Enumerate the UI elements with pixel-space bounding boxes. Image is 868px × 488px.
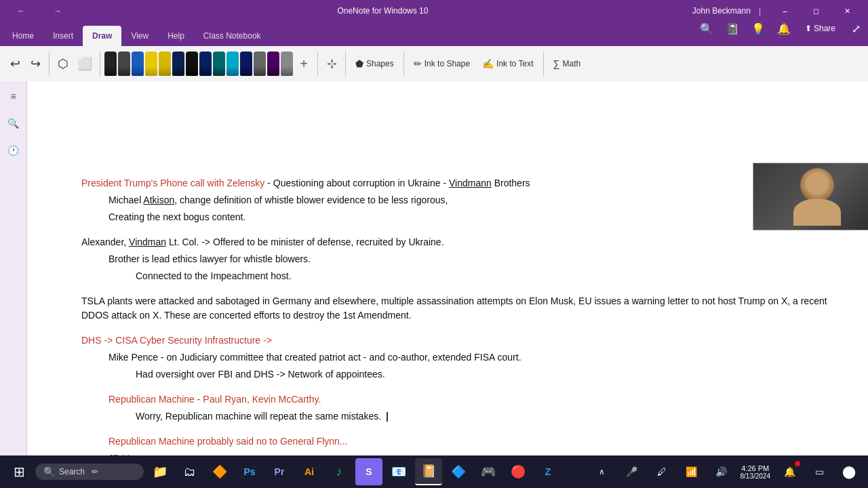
math-button[interactable]: ∑ Math [548, 52, 587, 76]
pen-yellow[interactable] [145, 52, 157, 76]
taskbar-notification[interactable]: 🔔 [776, 458, 803, 485]
back-button[interactable]: ← [5, 0, 37, 22]
taskbar-right: ∧ 🎤 🖊 📶 🔊 4:26 PM 8/13/2024 🔔 ▭ ⬤ [589, 458, 863, 485]
pen-navy[interactable] [240, 52, 252, 76]
ribbon-tabs: Home Insert Draw View Help Class Noteboo… [0, 22, 868, 46]
search-ribbon-button[interactable]: 🔍 [696, 14, 717, 43]
undo-button[interactable]: ↩ [5, 49, 24, 79]
note-line-11: Republican Machine - Paul Ryan, Kevin Mc… [81, 392, 854, 407]
expand-button[interactable]: ⤢ [846, 14, 865, 43]
taskbar-pen-input[interactable]: 🖊 [648, 458, 675, 485]
divider5 [403, 52, 404, 76]
ink-to-shape-button[interactable]: ✏ Ink to Shape [408, 52, 475, 76]
redo-button[interactable]: ↪ [26, 49, 45, 79]
note-ltcol: Lt. Col. -> Offered to be minister of de… [166, 237, 443, 247]
sidebar-menu-icon[interactable]: ≡ [4, 87, 23, 106]
pen-darkpurple[interactable] [267, 52, 279, 76]
taskbar: ⊞ 🔍 Search ✏ 📁 🗂 🔶 Ps Pr Ai ♪ S 📧 📔 🔷 🎮 … [0, 455, 868, 488]
taskbar-premiere[interactable]: Pr [266, 458, 293, 485]
taskbar-microphone[interactable]: 🎤 [618, 458, 646, 485]
select-button[interactable]: ⊹ [322, 49, 341, 79]
note-section-3: TSLA plants were attacked and sabotaged … [81, 294, 854, 323]
pen-blue[interactable] [132, 52, 144, 76]
math-icon: ∑ [553, 58, 560, 69]
note-dhs: DHS -> CISA Cyber Security Infrastructur… [81, 335, 272, 346]
start-button[interactable]: ⊞ [5, 458, 33, 485]
note-brothers: Brothers [492, 178, 530, 188]
share-button[interactable]: ⬆ Share [800, 16, 841, 41]
note-section-2: Alexander, Vindman Lt. Col. -> Offered t… [81, 235, 854, 283]
pen-black[interactable] [104, 52, 117, 76]
sidebar-search-icon[interactable]: 🔍 [4, 114, 23, 133]
pen-teal[interactable] [213, 52, 225, 76]
lasso-select-button[interactable]: ⬡ [54, 49, 73, 79]
clock-time: 4:26 PM [741, 464, 769, 472]
note-line-1: President Trump's Phone call with Zelens… [81, 176, 854, 190]
note-line-10: Had oversight over FBI and DHS -> Networ… [81, 367, 854, 382]
note-line-4: Alexander, Vindman Lt. Col. -> Offered t… [81, 235, 854, 249]
taskbar-volume[interactable]: 🔊 [708, 458, 735, 485]
note-atkison-suffix: , change definition of whistle blower ev… [174, 195, 448, 205]
ink-to-text-button[interactable]: ✍ Ink to Text [477, 52, 538, 76]
pen-cyan[interactable] [226, 52, 239, 76]
taskbar-firefox[interactable]: 🔶 [206, 458, 233, 485]
app-title: OneNote for Windows 10 [73, 6, 692, 16]
pen-yellow2[interactable] [159, 52, 171, 76]
note-bogus: Creating the next bogus content. [108, 211, 245, 222]
tab-insert[interactable]: Insert [43, 26, 83, 46]
tab-home[interactable]: Home [3, 26, 43, 46]
add-pen-button[interactable]: + [294, 49, 313, 79]
taskbar-outlook[interactable]: 📧 [385, 458, 412, 485]
taskbar-blue-app[interactable]: 🔷 [445, 458, 472, 485]
divider3 [317, 52, 318, 76]
note-tsla: TSLA plants were attacked and sabotaged … [81, 296, 827, 321]
shapes-label: Shapes [366, 59, 394, 68]
taskbar-xbox[interactable]: 🎮 [475, 458, 502, 485]
eraser-icon: ⬜ [77, 56, 92, 71]
video-thumbnail[interactable]: 🎤 [753, 163, 868, 230]
note-atkison: Atkison [143, 195, 174, 205]
taskbar-zoom[interactable]: Z [534, 458, 561, 485]
shapes-icon: ⬟ [355, 58, 363, 69]
sidebar-history-icon[interactable]: 🕐 [4, 141, 23, 160]
taskbar-search[interactable]: 🔍 Search ✏ [35, 464, 144, 480]
pen-darkblue2[interactable] [199, 52, 212, 76]
note-ethics: Brother is lead ethics lawyer for whistl… [108, 253, 311, 264]
pen-darkblue[interactable] [172, 52, 184, 76]
taskbar-chevron-up[interactable]: ∧ [589, 458, 616, 485]
ink-to-text-icon: ✍ [482, 58, 494, 69]
pen-gray[interactable] [281, 52, 293, 76]
pen-black2[interactable] [186, 52, 198, 76]
taskbar-wifi[interactable]: 📶 [678, 458, 705, 485]
eraser-button[interactable]: ⬜ [74, 49, 96, 79]
note-repub-machine: Republican Machine probably said no to G… [108, 436, 348, 447]
taskbar-red-app[interactable]: 🔴 [505, 458, 532, 485]
taskbar-clock[interactable]: 4:26 PM 8/13/2024 [738, 463, 774, 481]
note-line-3: Creating the next bogus content. [81, 210, 854, 224]
taskbar-onenote[interactable]: 📔 [415, 458, 442, 485]
notebook-button[interactable]: 📓 [722, 14, 743, 43]
taskbar-spotify[interactable]: ♪ [326, 458, 353, 485]
taskbar-fileexplorer[interactable]: 📁 [146, 458, 174, 485]
taskbar-circle[interactable]: ⬤ [835, 458, 863, 485]
divider2 [100, 52, 100, 76]
note-line-2: Michael Atkison, change definition of wh… [81, 193, 854, 207]
note-oversight: Had oversight over FBI and DHS -> Networ… [136, 369, 385, 380]
tab-help[interactable]: Help [158, 26, 194, 46]
taskbar-photoshop[interactable]: Ps [236, 458, 263, 485]
taskbar-folder[interactable]: 🗂 [176, 458, 203, 485]
tab-draw[interactable]: Draw [83, 26, 121, 46]
shapes-button[interactable]: ⬟ Shapes [350, 52, 399, 76]
taskbar-show-desktop[interactable]: ▭ [806, 458, 833, 485]
math-label: Math [563, 59, 581, 68]
taskbar-illustrator[interactable]: Ai [296, 458, 323, 485]
lightbulb-button[interactable]: 💡 [748, 14, 768, 43]
tab-view[interactable]: View [121, 26, 158, 46]
tab-classnotebook[interactable]: Class Notebook [194, 26, 271, 46]
pen-darkgray2[interactable] [254, 52, 266, 76]
bell-button[interactable]: 🔔 [774, 14, 794, 43]
forward-button[interactable]: → [42, 0, 73, 22]
pen-darkgray[interactable] [118, 52, 130, 76]
note-michael: Michael [108, 195, 143, 205]
taskbar-s-app[interactable]: S [355, 458, 382, 485]
